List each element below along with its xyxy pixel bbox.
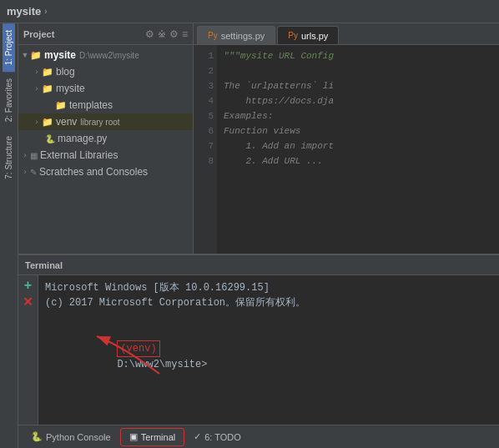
tree-label-ext-libs: External Libraries — [40, 149, 118, 161]
settings-py-icon: Py — [208, 31, 218, 40]
scratches-icon: ✎ — [30, 168, 37, 177]
arrow-icon: › — [20, 151, 30, 159]
code-line-2 — [224, 63, 492, 78]
panel-header: Project ⚙ ※ ⚙ ≡ — [18, 23, 193, 45]
tree-item-blog[interactable]: › 📁 blog — [18, 63, 193, 80]
code-line-7: 1. Add an import — [224, 138, 492, 154]
top-area: Project ⚙ ※ ⚙ ≡ ▼ 📁 mysite D:\www2\mysit… — [18, 23, 499, 255]
content-area: Project ⚙ ※ ⚙ ≡ ▼ 📁 mysite D:\www2\mysit… — [18, 23, 499, 448]
arrow-icon: › — [32, 84, 42, 93]
bottom-tab-todo[interactable]: ✓ 6: TODO — [184, 428, 250, 446]
sidebar-tab-favorites[interactable]: 2: Favorites — [3, 72, 15, 128]
code-line-1: """mysite URL Config — [224, 48, 492, 63]
tab-urls-py-label: urls.py — [301, 31, 328, 41]
todo-label: 6: TODO — [204, 432, 241, 442]
project-tree: ▼ 📁 mysite D:\www2\mysite › 📁 blog › — [18, 45, 193, 254]
tab-urls-py[interactable]: Py urls.py — [277, 26, 339, 44]
terminal-tab-icon: ▣ — [129, 431, 138, 442]
python-console-label: Python Console — [46, 432, 111, 442]
arrow-icon: › — [32, 118, 42, 126]
terminal-add-icon[interactable]: + — [22, 279, 35, 292]
editor-tabs: Py settings.py Py urls.py — [194, 23, 499, 45]
tree-item-venv[interactable]: › 📁 venv library root — [18, 113, 193, 130]
folder-icon: 📁 — [55, 100, 67, 111]
bottom-area: Terminal + ✕ Microsoft Windows [版本 10.0.… — [18, 255, 499, 448]
todo-icon: ✓ — [194, 431, 201, 442]
panel-header-title: Project — [23, 29, 142, 39]
code-line-3: The `urlpatterns` li — [224, 78, 492, 93]
terminal-line-2: (c) 2017 Microsoft Corporation。保留所有权利。 — [45, 295, 492, 310]
terminal-line-1: Microsoft Windows [版本 10.0.16299.15] — [45, 280, 492, 295]
arrow-annotation — [84, 328, 184, 381]
tree-item-external-libs[interactable]: › ▦ External Libraries — [18, 147, 193, 164]
terminal-header-label: Terminal — [25, 260, 63, 270]
tree-label-mysite-sub: mysite — [56, 83, 85, 94]
tree-item-mysite-sub[interactable]: › 📁 mysite — [18, 80, 193, 97]
code-line-4: https://docs.dja — [224, 93, 492, 108]
arrow-icon: ▼ — [20, 51, 30, 59]
terminal-line-3 — [45, 310, 492, 325]
terminal-tab-label: Terminal — [141, 432, 176, 442]
panel-menu-icon[interactable]: ≡ — [182, 28, 188, 40]
code-content: """mysite URL Config The `urlpatterns` l… — [217, 45, 499, 254]
venv-badge: library root — [80, 118, 119, 127]
bottom-tab-python-console[interactable]: 🐍 Python Console — [22, 428, 120, 446]
tree-path-mysite: D:\www2\mysite — [79, 51, 139, 60]
tab-settings-py-label: settings.py — [221, 31, 265, 41]
tree-label-venv: venv — [56, 116, 77, 128]
project-title: mysite › — [7, 5, 48, 18]
bottom-tabs-bar: 🐍 Python Console ▣ Terminal ✓ 6: TODO — [18, 425, 499, 448]
terminal-header: Terminal — [18, 255, 499, 275]
folder-icon: 📁 — [42, 67, 53, 78]
terminal-content[interactable]: Microsoft Windows [版本 10.0.16299.15] (c)… — [38, 275, 499, 425]
tree-item-scratches[interactable]: › ✎ Scratches and Consoles — [18, 164, 193, 180]
tree-item-templates[interactable]: 📁 templates — [18, 97, 193, 113]
sidebar-tab-structure[interactable]: 7: Structure — [3, 129, 15, 186]
project-panel: Project ⚙ ※ ⚙ ≡ ▼ 📁 mysite D:\www2\mysit… — [18, 23, 194, 254]
panel-config-icon[interactable]: ⚙ — [169, 28, 179, 40]
code-area: 1 2 3 4 5 6 7 8 """mysite URL Config The… — [194, 45, 499, 254]
editor-area: Py settings.py Py urls.py 1 2 3 4 5 — [194, 23, 499, 254]
arrow-icon: › — [20, 168, 30, 176]
tree-item-manage-py[interactable]: 🐍 manage.py — [18, 130, 193, 147]
folder-icon: 📁 — [42, 117, 53, 128]
tree-label-templates: templates — [69, 99, 113, 111]
tab-settings-py[interactable]: Py settings.py — [197, 26, 275, 44]
urls-py-icon: Py — [288, 31, 298, 40]
py-icon: 🐍 — [45, 134, 55, 143]
terminal-side-icons: + ✕ — [18, 275, 38, 425]
left-sidebar: 1: Project 2: Favorites 7: Structure — [0, 23, 18, 448]
tree-label-mysite: mysite — [44, 49, 76, 61]
title-bar: mysite › — [0, 0, 499, 23]
terminal-row: + ✕ Microsoft Windows [版本 10.0.16299.15]… — [18, 275, 499, 425]
arrow-icon: › — [32, 68, 42, 76]
code-line-5: Examples: — [224, 108, 492, 123]
tree-item-root[interactable]: ▼ 📁 mysite D:\www2\mysite — [18, 47, 193, 63]
panel-pin-icon[interactable]: ※ — [158, 28, 166, 40]
tree-label-blog: blog — [56, 66, 75, 78]
main-layout: 1: Project 2: Favorites 7: Structure Pro… — [0, 23, 499, 448]
python-console-icon: 🐍 — [31, 431, 43, 442]
code-line-8: 2. Add URL ... — [224, 154, 492, 169]
breadcrumb-chevron: › — [44, 7, 47, 16]
tree-label-scratches: Scratches and Consoles — [39, 166, 148, 178]
folder-icon: 📁 — [30, 50, 42, 61]
bottom-tab-terminal[interactable]: ▣ Terminal — [120, 428, 185, 446]
panel-settings-icon[interactable]: ⚙ — [145, 28, 154, 40]
line-numbers: 1 2 3 4 5 6 7 8 — [194, 45, 217, 254]
folder-icon: 📁 — [42, 83, 53, 94]
annotation-arrow-svg — [84, 328, 184, 378]
tree-label-manage-py: manage.py — [58, 133, 107, 144]
code-line-6: Function views — [224, 123, 492, 138]
libs-icon: ▦ — [30, 151, 38, 160]
arrow-icon — [35, 134, 45, 143]
terminal-close-icon[interactable]: ✕ — [22, 295, 35, 309]
arrow-icon — [45, 101, 55, 109]
sidebar-tab-project[interactable]: 1: Project — [3, 23, 15, 72]
